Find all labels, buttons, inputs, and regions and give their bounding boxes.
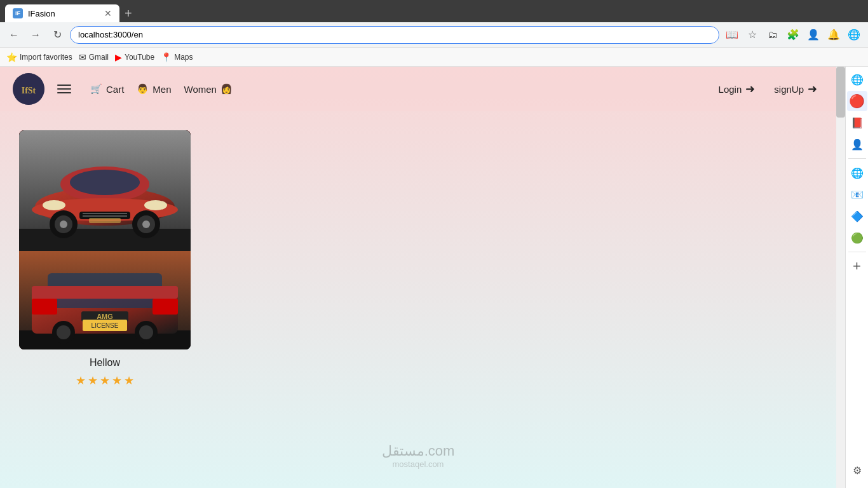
active-tab[interactable]: IF IFasion ✕ [5, 4, 119, 22]
site-header: IfSt 🛒 Cart 👨 [0, 67, 836, 111]
svg-text:LICENSE: LICENSE [92, 322, 119, 329]
bookmark-label: Gmail [89, 53, 109, 62]
hamburger-button[interactable] [57, 85, 71, 93]
product-images: AMG LICENSE [19, 130, 191, 349]
cart-label: Cart [106, 84, 124, 95]
svg-rect-11 [83, 213, 127, 214]
watermark-arabic: مستقل.com [382, 443, 455, 459]
profile-button[interactable]: 👤 [804, 26, 822, 44]
notification-button[interactable]: 🔔 [825, 26, 843, 44]
main-layout: IfSt 🛒 Cart 👨 [0, 67, 868, 488]
product-name: Hellow [19, 357, 191, 369]
svg-rect-21 [89, 218, 121, 223]
rs-divider-1 [848, 158, 866, 159]
tab-title: IFasion [28, 9, 55, 18]
star-3: ★ [100, 374, 110, 388]
rs-divider-2 [848, 252, 866, 252]
bookmark-import-favorites[interactable]: ⭐ Import favorites [6, 52, 72, 62]
scrollbar-thumb[interactable] [836, 67, 845, 118]
star-2: ★ [88, 374, 98, 388]
cart-icon: 🛒 [90, 83, 102, 95]
rs-icon-edge[interactable]: 🔷 [847, 206, 867, 226]
svg-text:IfSt: IfSt [22, 86, 36, 95]
logo-svg: IfSt [13, 73, 44, 105]
rs-add-button[interactable]: + [847, 256, 867, 276]
rs-icon-favorites[interactable]: 🔴 [847, 91, 867, 111]
svg-point-13 [43, 200, 65, 210]
login-arrow-icon: ➜ [745, 82, 755, 96]
bookmark-label: Import favorites [20, 53, 72, 62]
login-label: Login [719, 84, 742, 95]
product-area: AMG LICENSE [0, 111, 836, 400]
gmail-icon: ✉ [79, 52, 86, 62]
product-image-top [19, 130, 191, 251]
signup-arrow-icon: ➜ [808, 82, 817, 96]
address-bar[interactable] [70, 26, 719, 44]
women-icon: 👩 [220, 83, 233, 95]
svg-point-17 [60, 220, 67, 228]
watermark: مستقل.com mostaqel.com [382, 443, 455, 469]
rs-icon-browser[interactable]: 🌐 [847, 163, 867, 183]
svg-point-40 [139, 325, 153, 339]
svg-point-38 [57, 325, 71, 339]
men-icon: 👨 [137, 83, 149, 95]
site-logo[interactable]: IfSt [13, 73, 44, 105]
extensions-button[interactable]: 🧩 [784, 26, 802, 44]
star-rating: ★ ★ ★ ★ ★ [19, 374, 191, 388]
login-button[interactable]: Login ➜ [712, 78, 762, 100]
rs-icon-outlook[interactable]: 📧 [847, 184, 867, 205]
bookmark-button[interactable]: ☆ [743, 26, 761, 44]
product-image-bottom: AMG LICENSE [19, 251, 191, 349]
bookmark-label: YouTube [125, 53, 154, 62]
tab-close-button[interactable]: ✕ [104, 8, 112, 18]
bookmark-maps[interactable]: 📍 Maps [161, 52, 193, 62]
svg-point-8 [70, 170, 140, 195]
header-nav: 🛒 Cart 👨 Men Women 👩 [90, 83, 233, 95]
hamburger-icon [57, 85, 71, 93]
right-sidebar: 🌐 🔴 📕 👤 🌐 📧 🔷 🟢 + ⚙ [845, 67, 868, 488]
rs-settings-button[interactable]: ⚙ [847, 460, 867, 480]
svg-rect-28 [153, 299, 178, 315]
men-nav-item[interactable]: 👨 Men [137, 83, 171, 95]
reader-mode-button[interactable]: 📖 [723, 26, 741, 44]
bookmark-label: Maps [174, 53, 193, 62]
star-1: ★ [76, 374, 86, 388]
maps-icon: 📍 [161, 52, 172, 62]
new-tab-button[interactable]: + [119, 4, 137, 22]
reload-button[interactable]: ↻ [48, 26, 66, 44]
rs-icon-green[interactable]: 🟢 [847, 227, 867, 248]
car-front-svg [19, 130, 191, 251]
product-card[interactable]: AMG LICENSE [19, 130, 191, 388]
page-background: IfSt 🛒 Cart 👨 [0, 67, 836, 488]
header-auth: Login ➜ signUp ➜ [712, 78, 824, 100]
youtube-icon: ▶ [115, 52, 122, 62]
collections-button[interactable]: 🗂 [764, 26, 782, 44]
svg-rect-5 [19, 229, 191, 251]
bookmark-gmail[interactable]: ✉ Gmail [79, 52, 109, 62]
tab-bar: IF IFasion ✕ + [0, 0, 868, 22]
signup-button[interactable]: signUp ➜ [768, 78, 824, 100]
svg-text:AMG: AMG [97, 313, 113, 320]
navigation-bar: ← → ↻ 📖 ☆ 🗂 🧩 👤 🔔 🌐 [0, 22, 868, 48]
nav-icons: 📖 ☆ 🗂 🧩 👤 🔔 🌐 [723, 26, 863, 44]
signup-label: signUp [774, 84, 804, 95]
edge-button[interactable]: 🌐 [845, 26, 863, 44]
svg-point-14 [144, 200, 167, 210]
bookmark-youtube[interactable]: ▶ YouTube [115, 52, 154, 62]
men-label: Men [153, 84, 171, 95]
forward-button[interactable]: → [27, 26, 44, 44]
bookmarks-bar: ⭐ Import favorites ✉ Gmail ▶ YouTube 📍 M… [0, 48, 868, 67]
rs-icon-reading-list[interactable]: 📕 [847, 112, 867, 133]
star-5: ★ [124, 374, 134, 388]
rs-icon-profile[interactable]: 👤 [847, 134, 867, 154]
cart-nav-item[interactable]: 🛒 Cart [90, 83, 124, 95]
women-nav-item[interactable]: Women 👩 [184, 83, 233, 95]
rs-icon-copilot[interactable]: 🌐 [847, 69, 867, 90]
back-button[interactable]: ← [5, 26, 23, 44]
svg-rect-26 [32, 286, 178, 299]
women-label: Women [184, 84, 217, 95]
watermark-latin: mostaqel.com [382, 459, 455, 469]
car-rear-svg: AMG LICENSE [19, 251, 191, 349]
scrollbar-track [836, 67, 845, 488]
star-4: ★ [112, 374, 122, 388]
